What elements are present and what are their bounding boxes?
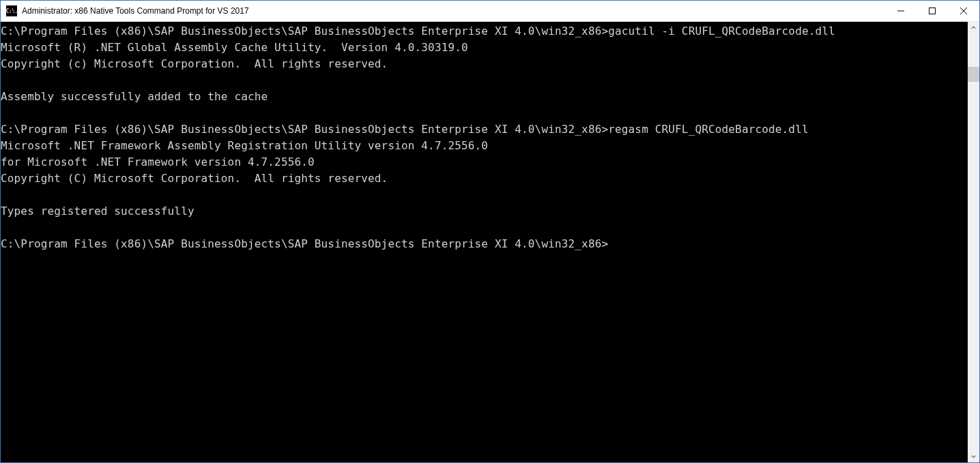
titlebar[interactable]: C:\. Administrator: x86 Native Tools Com… <box>1 1 979 22</box>
cmd-icon: C:\. <box>6 5 17 16</box>
terminal-container: C:\Program Files (x86)\SAP BusinessObjec… <box>1 22 979 462</box>
chevron-up-icon <box>971 25 976 30</box>
scrollbar-track[interactable] <box>968 33 979 451</box>
vertical-scrollbar[interactable] <box>968 22 979 462</box>
chevron-down-icon <box>971 454 976 459</box>
maximize-icon <box>929 8 936 14</box>
minimize-icon <box>897 8 904 14</box>
scrollbar-thumb[interactable] <box>968 67 979 82</box>
window-controls <box>885 1 979 21</box>
scroll-down-button[interactable] <box>968 451 979 462</box>
close-icon <box>960 8 967 14</box>
svg-rect-1 <box>929 8 936 14</box>
scroll-up-button[interactable] <box>968 22 979 33</box>
close-button[interactable] <box>948 1 979 21</box>
minimize-button[interactable] <box>885 1 917 21</box>
terminal-output[interactable]: C:\Program Files (x86)\SAP BusinessObjec… <box>1 22 968 462</box>
window-title: Administrator: x86 Native Tools Command … <box>22 6 885 16</box>
maximize-button[interactable] <box>917 1 948 21</box>
